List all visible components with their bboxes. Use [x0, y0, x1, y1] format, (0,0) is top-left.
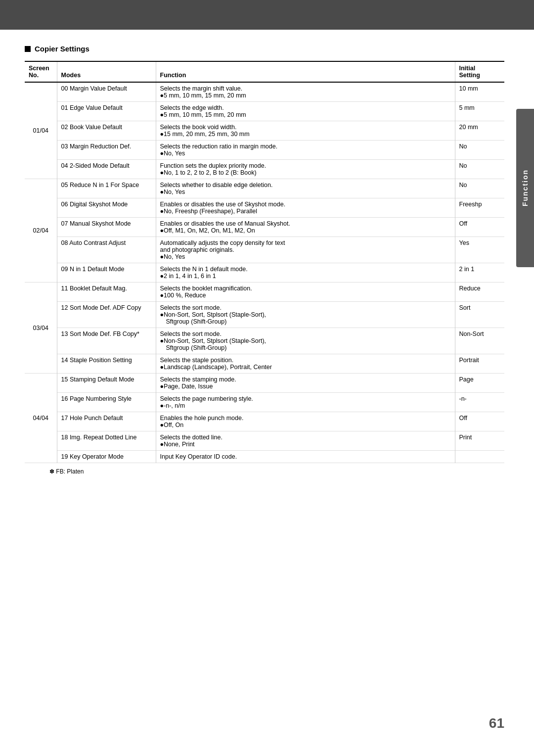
- bullet-line: ●-n-, n/m: [160, 402, 451, 409]
- table-row: 13 Sort Mode Def. FB Copy*Selects the so…: [25, 328, 504, 354]
- table-row: 02/0405 Reduce N in 1 For SpaceSelects w…: [25, 179, 504, 198]
- table-row: 04 2-Sided Mode DefaultFunction sets the…: [25, 160, 504, 179]
- initial-cell: Non-Sort: [455, 328, 504, 354]
- initial-cell: Off: [455, 218, 504, 237]
- initial-cell: Print: [455, 431, 504, 451]
- mode-cell: 11 Booklet Default Mag.: [57, 283, 156, 302]
- function-tab-label: Function: [521, 169, 529, 206]
- initial-cell: Sort: [455, 302, 504, 328]
- function-cell: Selects the dotted line.●None, Print: [156, 431, 455, 451]
- function-cell: Selects the booklet magnification.●100 %…: [156, 283, 455, 302]
- table-row: 12 Sort Mode Def. ADF CopySelects the so…: [25, 302, 504, 328]
- mode-cell: 02 Book Value Default: [57, 121, 156, 141]
- bullet-line: ●No, Freeshp (Freeshape), Parallel: [160, 208, 451, 215]
- col-modes: Modes: [57, 61, 156, 82]
- function-cell: Selects the reduction ratio in margin mo…: [156, 141, 455, 160]
- table-row: 08 Auto Contrast AdjustAutomatically adj…: [25, 237, 504, 263]
- initial-cell: 2 in 1: [455, 263, 504, 283]
- section-title-text: Copier Settings: [35, 45, 89, 53]
- table-row: 03 Margin Reduction Def.Selects the redu…: [25, 141, 504, 160]
- footnote: ✽ FB: Platen: [49, 468, 504, 475]
- mode-cell: 12 Sort Mode Def. ADF Copy: [57, 302, 156, 328]
- table-row: 01 Edge Value DefaultSelects the edge wi…: [25, 102, 504, 121]
- mode-cell: 01 Edge Value Default: [57, 102, 156, 121]
- col-function: Function: [156, 61, 455, 82]
- bullet-line: ●Non-Sort, Sort, Stplsort (Staple-Sort),: [160, 311, 451, 318]
- mode-cell: 08 Auto Contrast Adjust: [57, 237, 156, 263]
- screen-no-cell: 01/04: [25, 82, 57, 179]
- function-cell: Selects the sort mode.●Non-Sort, Sort, S…: [156, 328, 455, 354]
- mode-cell: 17 Hole Punch Default: [57, 412, 156, 431]
- function-cell: Selects the page numbering style.●-n-, n…: [156, 393, 455, 412]
- function-cell: Selects whether to disable edge deletion…: [156, 179, 455, 198]
- bullet-line: ●Off, On: [160, 422, 451, 428]
- function-cell: Selects the staple position.●Landscap (L…: [156, 354, 455, 374]
- table-row: 03/0411 Booklet Default Mag.Selects the …: [25, 283, 504, 302]
- page-header-bar: [0, 0, 534, 30]
- table-row: 19 Key Operator ModeInput Key Operator I…: [25, 451, 504, 463]
- mode-cell: 04 2-Sided Mode Default: [57, 160, 156, 179]
- initial-cell: [455, 451, 504, 463]
- bullet-line: Sftgroup (Shift-Group): [160, 344, 451, 351]
- bullet-line: ●5 mm, 10 mm, 15 mm, 20 mm: [160, 92, 451, 99]
- initial-cell: No: [455, 141, 504, 160]
- bullet-line: ●No, 1 to 2, 2 to 2, B to 2 (B: Book): [160, 169, 451, 176]
- bullet-line: ●100 %, Reduce: [160, 292, 451, 299]
- initial-cell: 5 mm: [455, 102, 504, 121]
- function-cell: Selects the book void width.●15 mm, 20 m…: [156, 121, 455, 141]
- table-row: 17 Hole Punch DefaultEnables the hole pu…: [25, 412, 504, 431]
- bullet-line: ●None, Print: [160, 441, 451, 448]
- table-row: 16 Page Numbering StyleSelects the page …: [25, 393, 504, 412]
- initial-cell: 10 mm: [455, 82, 504, 102]
- mode-cell: 16 Page Numbering Style: [57, 393, 156, 412]
- bullet-line: ●Off, M1, On, M2, On, M1, M2, On: [160, 227, 451, 234]
- initial-cell: No: [455, 179, 504, 198]
- mode-cell: 06 Digital Skyshot Mode: [57, 198, 156, 218]
- section-title-icon: [25, 46, 31, 52]
- table-row: 02 Book Value DefaultSelects the book vo…: [25, 121, 504, 141]
- initial-cell: Yes: [455, 237, 504, 263]
- initial-cell: Page: [455, 374, 504, 393]
- function-cell: Enables the hole punch mode.●Off, On: [156, 412, 455, 431]
- initial-cell: Off: [455, 412, 504, 431]
- mode-cell: 00 Margin Value Default: [57, 82, 156, 102]
- bullet-line: ●No, Yes: [160, 253, 451, 260]
- screen-no-cell: 02/04: [25, 179, 57, 283]
- bullet-line: ●No, Yes: [160, 189, 451, 195]
- mode-cell: 19 Key Operator Mode: [57, 451, 156, 463]
- function-tab: Function: [516, 109, 534, 267]
- initial-cell: Portrait: [455, 354, 504, 374]
- bullet-line: ●5 mm, 10 mm, 15 mm, 20 mm: [160, 111, 451, 118]
- table-row: 01/0400 Margin Value DefaultSelects the …: [25, 82, 504, 102]
- initial-cell: 20 mm: [455, 121, 504, 141]
- bullet-line: Sftgroup (Shift-Group): [160, 318, 451, 325]
- screen-no-cell: 04/04: [25, 374, 57, 463]
- table-row: 06 Digital Skyshot ModeEnables or disabl…: [25, 198, 504, 218]
- initial-cell: Freeshp: [455, 198, 504, 218]
- table-row: 07 Manual Skyshot ModeEnables or disable…: [25, 218, 504, 237]
- bullet-line: ●15 mm, 20 mm, 25 mm, 30 mm: [160, 131, 451, 138]
- mode-cell: 05 Reduce N in 1 For Space: [57, 179, 156, 198]
- function-cell: Selects the margin shift value.●5 mm, 10…: [156, 82, 455, 102]
- bullet-line: ●Page, Date, Issue: [160, 383, 451, 390]
- mode-cell: 07 Manual Skyshot Mode: [57, 218, 156, 237]
- table-row: 04/0415 Stamping Default ModeSelects the…: [25, 374, 504, 393]
- bullet-line: ●Landscap (Landscape), Portrait, Center: [160, 364, 451, 371]
- initial-cell: -n-: [455, 393, 504, 412]
- table-row: 09 N in 1 Default ModeSelects the N in 1…: [25, 263, 504, 283]
- bullet-line: ●No, Yes: [160, 150, 451, 157]
- initial-cell: Reduce: [455, 283, 504, 302]
- bullet-line: ●2 in 1, 4 in 1, 6 in 1: [160, 273, 451, 280]
- screen-no-cell: 03/04: [25, 283, 57, 374]
- initial-cell: No: [455, 160, 504, 179]
- function-cell: Automatically adjusts the copy density f…: [156, 237, 455, 263]
- col-screen-no: ScreenNo.: [25, 61, 57, 82]
- function-cell: Input Key Operator ID code.: [156, 451, 455, 463]
- page-number: 61: [489, 715, 504, 731]
- settings-table: ScreenNo. Modes Function InitialSetting …: [25, 61, 504, 463]
- mode-cell: 03 Margin Reduction Def.: [57, 141, 156, 160]
- function-cell: Enables or disables the use of Manual Sk…: [156, 218, 455, 237]
- mode-cell: 18 Img. Repeat Dotted Line: [57, 431, 156, 451]
- bullet-line: ●Non-Sort, Sort, Stplsort (Staple-Sort),: [160, 337, 451, 344]
- mode-cell: 13 Sort Mode Def. FB Copy*: [57, 328, 156, 354]
